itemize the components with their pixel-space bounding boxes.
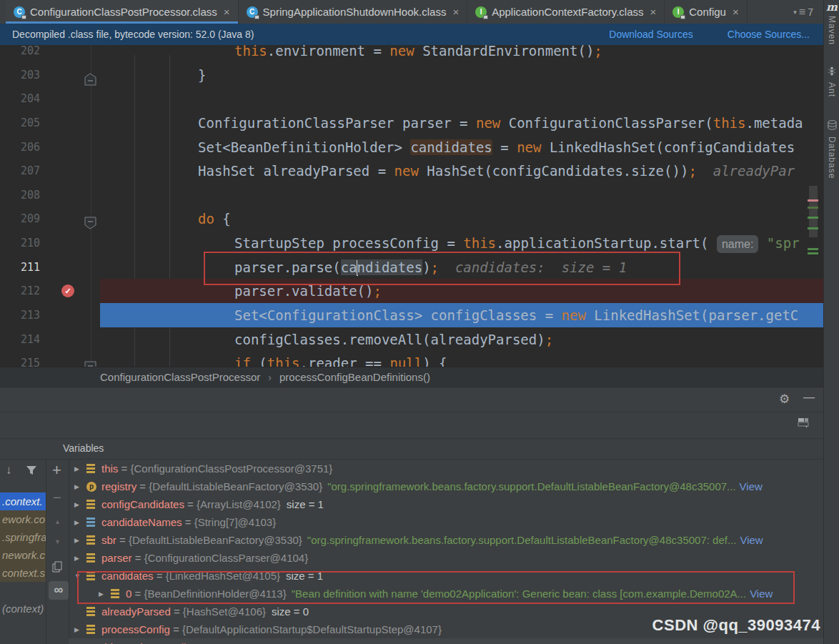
collapse-arrow[interactable]: ▼ bbox=[74, 573, 86, 580]
step-down-icon[interactable]: ↓ bbox=[6, 463, 12, 477]
code-editor[interactable]: 202this.environment = new StandardEnviro… bbox=[0, 45, 823, 367]
tab-variables[interactable]: Variables bbox=[63, 438, 104, 459]
code-line[interactable]: 211parser.parse(candidates); candidates:… bbox=[0, 255, 823, 279]
choose-sources-link[interactable]: Choose Sources... bbox=[728, 29, 810, 40]
view-link[interactable]: View bbox=[740, 534, 763, 546]
view-link[interactable]: View bbox=[740, 480, 763, 492]
editor-tab[interactable]: CSpringApplicationShutdownHook.class× bbox=[239, 0, 468, 24]
code-line[interactable]: 209do { bbox=[0, 207, 823, 231]
line-number[interactable]: 207 bbox=[0, 159, 40, 183]
variable-row[interactable]: ▶this = {ConfigurationClassPostProcessor… bbox=[69, 460, 823, 477]
expand-arrow[interactable]: ▶ bbox=[74, 555, 86, 562]
stack-frame[interactable]: context.s bbox=[0, 564, 46, 582]
code-line[interactable]: 202this.environment = new StandardEnviro… bbox=[0, 45, 823, 63]
breakpoint-line-highlight bbox=[100, 279, 823, 303]
fold-marker[interactable] bbox=[84, 357, 96, 367]
equals-sign: = bbox=[170, 623, 182, 635]
line-number[interactable]: 204 bbox=[0, 86, 40, 111]
code-line[interactable]: 213Set<ConfigurationClass> configClasses… bbox=[0, 303, 823, 327]
code-line[interactable]: 210StartupStep processConfig = this.appl… bbox=[0, 231, 823, 255]
variable-row[interactable]: ∞this.reader = null bbox=[69, 638, 823, 644]
code-line[interactable]: 208 bbox=[0, 183, 823, 207]
close-icon[interactable]: × bbox=[650, 6, 656, 18]
variable-ref: {LinkedHashSet@4105} bbox=[166, 570, 280, 582]
layout-settings-icon[interactable] bbox=[798, 417, 810, 431]
tool-window-button-database[interactable]: Database bbox=[824, 120, 839, 179]
code-segment: { bbox=[214, 211, 231, 227]
hidden-tabs-widget[interactable]: ▾ ≡ 7 bbox=[793, 0, 813, 24]
variable-row[interactable]: ▶candidateNames = {String[7]@4103} bbox=[69, 513, 823, 531]
variable-row[interactable]: ▶configCandidates = {ArrayList@4102}size… bbox=[69, 495, 823, 513]
add-watch-icon[interactable]: + bbox=[52, 461, 61, 480]
breadcrumb-method[interactable]: processConfigBeanDefinitions() bbox=[279, 371, 430, 383]
code-line[interactable]: 206Set<BeanDefinitionHolder> candidates … bbox=[0, 135, 823, 159]
code-line[interactable]: 204 bbox=[0, 86, 823, 111]
line-number[interactable]: 213 bbox=[0, 303, 40, 327]
code-line[interactable]: 212✓parser.validate(); bbox=[0, 279, 823, 303]
code-line[interactable]: 214configClasses.removeAll(alreadyParsed… bbox=[0, 327, 823, 352]
code-line[interactable]: 207HashSet alreadyParsed = new HashSet(c… bbox=[0, 159, 823, 183]
field-icon bbox=[86, 553, 101, 563]
tool-window-button-maven[interactable]: mMaven bbox=[824, 2, 839, 45]
editor-scrollbar[interactable] bbox=[809, 186, 818, 237]
code-segment: StandardEnvironment() bbox=[414, 45, 595, 59]
stack-frame[interactable]: nework.c bbox=[0, 546, 46, 564]
move-down-icon[interactable]: ▼ bbox=[54, 538, 61, 545]
code-line[interactable]: 205ConfigurationClassParser parser = new… bbox=[0, 111, 823, 135]
variable-row[interactable]: ▶0 = {BeanDefinitionHolder@4113}"Bean de… bbox=[69, 585, 823, 603]
download-sources-link[interactable]: Download Sources bbox=[609, 29, 693, 40]
expand-arrow[interactable]: ▶ bbox=[74, 501, 86, 508]
code-text: StartupStep processConfig = this.applica… bbox=[234, 231, 800, 255]
breadcrumb-class[interactable]: ConfigurationClassPostProcessor bbox=[100, 371, 260, 383]
minimize-icon[interactable]: — bbox=[803, 391, 815, 404]
tool-window-button-ant[interactable]: Ant bbox=[824, 66, 839, 97]
breakpoint-icon[interactable]: ✓ bbox=[61, 284, 74, 297]
line-number[interactable]: 211 bbox=[0, 255, 40, 279]
line-number[interactable]: 205 bbox=[0, 111, 40, 135]
filter-icon[interactable] bbox=[26, 465, 38, 478]
expand-arrow[interactable]: ▶ bbox=[74, 465, 86, 472]
variable-row[interactable]: ▶pregistry = {DefaultListableBeanFactory… bbox=[69, 477, 823, 495]
remove-watch-icon[interactable]: − bbox=[53, 490, 61, 506]
copy-icon[interactable] bbox=[52, 561, 63, 575]
code-line[interactable]: 203} bbox=[0, 63, 823, 87]
line-number[interactable]: 203 bbox=[0, 63, 40, 87]
view-link[interactable]: View bbox=[750, 588, 773, 600]
line-number[interactable]: 209 bbox=[0, 207, 40, 231]
line-number[interactable]: 202 bbox=[0, 45, 40, 63]
variable-row[interactable]: ▼candidates = {LinkedHashSet@4105}size =… bbox=[69, 567, 823, 585]
move-up-icon[interactable]: ▲ bbox=[54, 518, 61, 525]
code-segment: candidates bbox=[410, 139, 492, 155]
stack-frame[interactable]: ework.co bbox=[0, 510, 46, 528]
show-watches-toggle[interactable]: ∞ bbox=[49, 581, 69, 600]
code-line[interactable]: 215if (this.reader == null) { bbox=[0, 351, 823, 367]
variable-row[interactable]: ▶sbr = {DefaultListableBeanFactory@3530}… bbox=[69, 531, 823, 549]
variable-row[interactable]: ▶parser = {ConfigurationClassParser@4104… bbox=[69, 549, 823, 567]
close-icon[interactable]: × bbox=[224, 6, 230, 18]
gear-icon[interactable]: ⚙ bbox=[779, 392, 790, 407]
editor-tab[interactable]: IApplicationContextFactory.class× bbox=[467, 0, 665, 24]
line-number[interactable]: 208 bbox=[0, 183, 40, 207]
expand-arrow[interactable]: ▶ bbox=[99, 590, 111, 598]
line-number[interactable]: 214 bbox=[0, 327, 40, 352]
editor-tab[interactable]: CConfigurationClassPostProcessor.class× bbox=[6, 0, 239, 24]
line-number[interactable]: 210 bbox=[0, 231, 40, 255]
editor-tab[interactable]: IConfigu× bbox=[665, 0, 747, 24]
expand-arrow[interactable]: ▶ bbox=[74, 519, 86, 526]
expand-arrow[interactable]: ▶ bbox=[74, 483, 86, 490]
close-icon[interactable]: × bbox=[452, 6, 459, 18]
close-icon[interactable]: × bbox=[733, 6, 739, 18]
line-number[interactable]: 206 bbox=[0, 135, 40, 159]
stack-frame[interactable]: .springfra bbox=[0, 528, 46, 546]
fold-marker[interactable] bbox=[84, 212, 96, 237]
line-number[interactable]: 212 bbox=[0, 279, 40, 303]
fold-marker[interactable] bbox=[84, 69, 96, 93]
expand-arrow[interactable]: ▶ bbox=[74, 537, 86, 544]
array-glyph bbox=[86, 517, 95, 527]
expand-arrow[interactable]: ▶ bbox=[74, 626, 86, 633]
code-segment: LinkedHashSet(configCandidates bbox=[541, 139, 795, 155]
code-segment: ( bbox=[251, 355, 267, 367]
line-number[interactable]: 215 bbox=[0, 351, 40, 367]
stack-frame[interactable]: .context. bbox=[0, 492, 46, 510]
stack-frame[interactable]: (context) bbox=[0, 600, 46, 618]
